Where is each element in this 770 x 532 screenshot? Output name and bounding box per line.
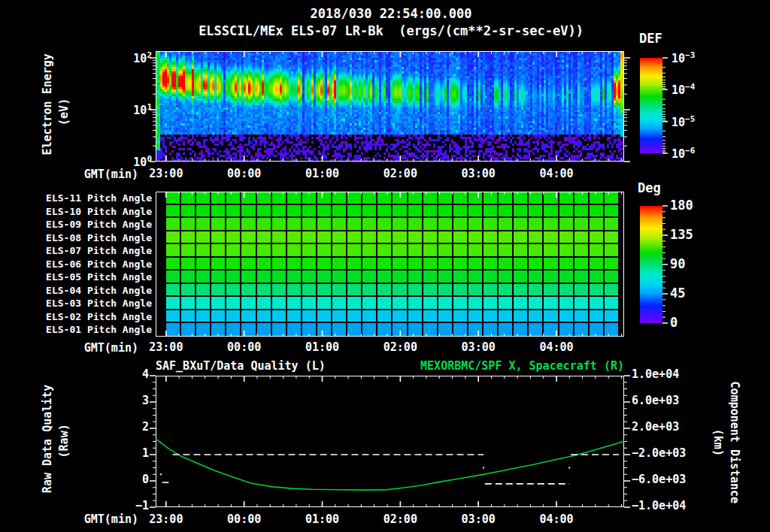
data-quality-point bbox=[568, 467, 570, 469]
panel-frame bbox=[156, 192, 624, 337]
axes-and-curves-overlay bbox=[0, 0, 770, 532]
data-quality-point bbox=[483, 467, 484, 469]
panel-frame bbox=[156, 52, 624, 162]
panel-frame bbox=[156, 376, 624, 507]
spacecraft-x-curve bbox=[156, 439, 624, 490]
major-ticks bbox=[150, 51, 668, 507]
els-quicklook-display: 2018/030 22:54:00.000 ELSSCIL/MEx ELS-07… bbox=[0, 0, 770, 532]
minor-ticks bbox=[153, 51, 665, 507]
data-quality-point bbox=[160, 473, 162, 475]
